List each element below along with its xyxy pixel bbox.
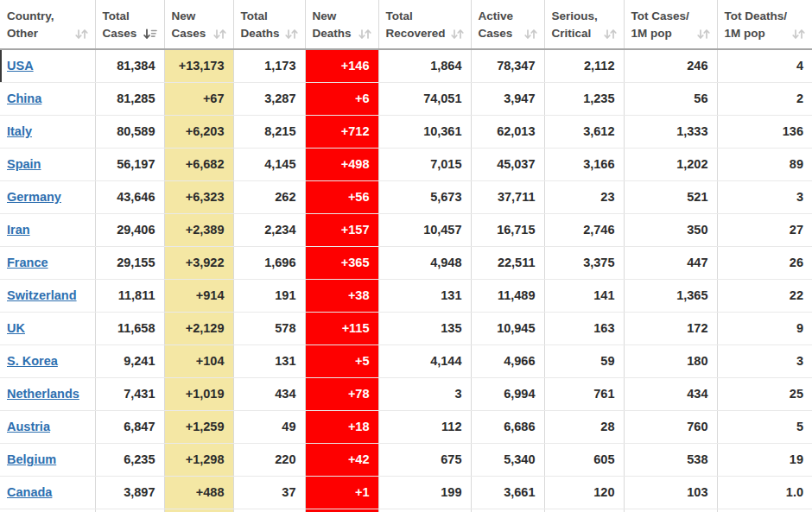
new_cases-cell: +3,922 <box>164 246 233 279</box>
new_cases-cell: +2,129 <box>164 312 233 344</box>
new_cases-cell: +6,323 <box>164 180 233 213</box>
country-link[interactable]: Germany <box>7 190 61 204</box>
cases_per_1m-cell: 172 <box>624 312 717 344</box>
new_cases-cell: +1,259 <box>164 410 233 443</box>
active_cases-cell: 78,347 <box>471 49 544 82</box>
country-cell: Spain <box>0 148 95 180</box>
sort-both-icon <box>75 28 88 40</box>
country-link[interactable]: Netherlands <box>7 387 79 401</box>
country-cell: China <box>0 82 95 115</box>
country-link[interactable]: UK <box>7 321 25 335</box>
serious_critical-cell: 23 <box>544 180 624 213</box>
new_deaths-cell: +146 <box>305 49 378 82</box>
new_deaths-cell: +38 <box>305 279 378 312</box>
active_cases-cell: 16,715 <box>471 213 544 246</box>
header-label-line1: Active <box>479 8 537 25</box>
total_deaths-cell: 220 <box>233 443 305 476</box>
new_cases-cell: +1,019 <box>164 377 233 410</box>
table-row: Netherlands7,431+1,019434+7836,994761434… <box>0 377 812 410</box>
new_cases-cell: +2,389 <box>164 213 233 246</box>
total_recovered-cell: 131 <box>378 279 471 312</box>
new_deaths-cell: +115 <box>305 312 378 344</box>
column-header-total_deaths[interactable]: TotalDeaths <box>233 0 305 49</box>
new_deaths-cell <box>305 509 378 512</box>
country-cell: USA <box>0 49 95 82</box>
header-label-line1: Tot Cases/ <box>631 8 710 25</box>
table-row: Iran29,406+2,3892,234+15710,45716,7152,7… <box>0 213 812 246</box>
deaths_per_1m-cell: 4 <box>717 49 812 82</box>
column-header-active_cases[interactable]: ActiveCases <box>471 0 544 49</box>
country-link[interactable]: Switzerland <box>7 288 77 302</box>
header-label-line1: New <box>313 8 371 25</box>
cases_per_1m-cell: 538 <box>624 443 717 476</box>
header-label-line2: Cases <box>479 25 513 42</box>
header-label: Country,Other <box>0 4 95 44</box>
total_deaths-cell: 49 <box>233 410 305 443</box>
cases_per_1m-cell: 350 <box>624 213 717 246</box>
total_recovered-cell: 5,673 <box>378 180 471 213</box>
total_cases-cell: 81,285 <box>95 82 164 115</box>
header-label-line1: Total <box>386 8 464 25</box>
total_cases-cell: 7,431 <box>95 377 164 410</box>
country-link[interactable]: Iran <box>7 223 30 237</box>
active_cases-cell: 37,711 <box>471 180 544 213</box>
header-label-line1: Total <box>103 8 157 25</box>
total_deaths-cell: 1,173 <box>233 49 305 82</box>
total_cases-cell: 29,155 <box>95 246 164 279</box>
header-label-line1: Total <box>241 8 298 25</box>
serious_critical-cell: 3,375 <box>544 246 624 279</box>
deaths_per_1m-cell: 9 <box>717 312 812 344</box>
table-row: Spain56,197+6,6824,145+4987,01545,0373,1… <box>0 148 812 180</box>
country-link[interactable]: France <box>7 256 48 269</box>
table-body: USA81,384+13,1731,173+1461,86478,3472,11… <box>0 49 812 512</box>
column-header-cases_per_1m[interactable]: Tot Cases/1M pop <box>624 0 717 49</box>
table-row: Switzerland11,811+914191+3813111,4891411… <box>0 279 812 312</box>
country-link[interactable]: Austria <box>7 420 50 433</box>
active_cases-cell: 10,945 <box>471 312 544 344</box>
active_cases-cell: 3,947 <box>471 82 544 115</box>
header-label: Serious,Critical <box>545 4 624 44</box>
header-row: Country,OtherTotalCasesNewCasesTotalDeat… <box>0 0 812 49</box>
country-link[interactable]: USA <box>7 59 34 73</box>
new_cases-cell: +6,682 <box>164 148 233 180</box>
country-cell: Italy <box>0 115 95 148</box>
active_cases-cell: 62,013 <box>471 115 544 148</box>
serious_critical-cell: 761 <box>544 377 624 410</box>
column-header-new_cases[interactable]: NewCases <box>164 0 233 49</box>
country-link[interactable]: Belgium <box>7 452 56 466</box>
country-cell: Switzerland <box>0 279 95 312</box>
new_deaths-cell: +157 <box>305 213 378 246</box>
active_cases-cell: 5,340 <box>471 443 544 476</box>
total_deaths-cell: 578 <box>233 312 305 344</box>
header-label: NewCases <box>165 4 233 44</box>
table-row: S. Korea9,241+104131+54,1444,966591803 <box>0 344 812 377</box>
column-header-deaths_per_1m[interactable]: Tot Deaths/1M pop <box>717 0 812 49</box>
serious_critical-cell: 163 <box>544 312 624 344</box>
country-link[interactable]: S. Korea <box>7 354 58 368</box>
header-label: TotalRecovered <box>379 4 471 44</box>
deaths_per_1m-cell: 22 <box>717 279 812 312</box>
total_deaths-cell: 37 <box>233 476 305 509</box>
serious_critical-cell: 2,746 <box>544 213 624 246</box>
column-header-serious_critical[interactable]: Serious,Critical <box>544 0 624 49</box>
new_cases-cell: +914 <box>164 279 233 312</box>
country-cell <box>0 509 95 512</box>
country-link[interactable]: Canada <box>7 485 52 499</box>
country-cell: Austria <box>0 410 95 443</box>
column-header-new_deaths[interactable]: NewDeaths <box>305 0 378 49</box>
deaths_per_1m-cell: 136 <box>717 115 812 148</box>
column-header-total_cases[interactable]: TotalCases <box>95 0 164 49</box>
cases_per_1m-cell: 56 <box>624 82 717 115</box>
new_deaths-cell: +712 <box>305 115 378 148</box>
column-header-total_recovered[interactable]: TotalRecovered <box>378 0 471 49</box>
country-cell: Belgium <box>0 443 95 476</box>
country-link[interactable]: China <box>7 92 41 105</box>
header-label: ActiveCases <box>472 4 544 44</box>
column-header-country[interactable]: Country,Other <box>0 0 95 49</box>
total_recovered-cell: 199 <box>378 476 471 509</box>
new_deaths-cell: +42 <box>305 443 378 476</box>
country-link[interactable]: Italy <box>7 124 32 138</box>
deaths_per_1m-cell: 27 <box>717 213 812 246</box>
sort-both-icon <box>524 28 537 40</box>
country-link[interactable]: Spain <box>7 157 41 171</box>
